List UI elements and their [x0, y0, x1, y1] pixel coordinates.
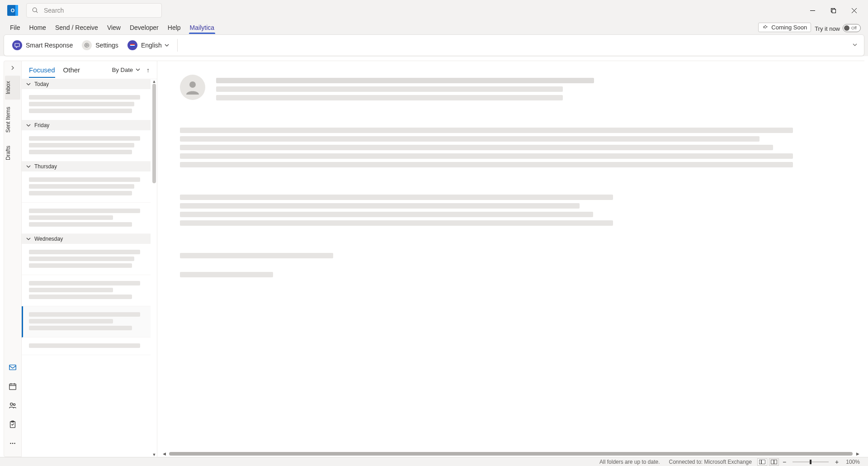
- svg-point-26: [10, 443, 11, 444]
- nav-tasks-button[interactable]: [5, 416, 20, 433]
- scroll-thumb[interactable]: [169, 452, 853, 456]
- folder-tab-sent-items[interactable]: Sent Items: [5, 101, 20, 138]
- chevron-down-icon: [26, 237, 31, 241]
- tasks-icon: [9, 420, 17, 428]
- view-normal-button[interactable]: [757, 458, 767, 466]
- message-item[interactable]: [22, 171, 151, 203]
- layout-icon: [771, 460, 777, 464]
- menu-send-receive[interactable]: Send / Receive: [51, 24, 103, 34]
- nav-people-button[interactable]: [5, 397, 20, 414]
- message-item-selected[interactable]: [22, 306, 151, 338]
- skeleton-line: [29, 177, 140, 182]
- status-sync: All folders are up to date.: [599, 459, 660, 465]
- skeleton-line: [29, 288, 113, 292]
- group-header-wednesday[interactable]: Wednesday: [22, 234, 151, 244]
- svg-rect-4: [832, 9, 835, 13]
- chevron-down-icon: [26, 164, 31, 169]
- svg-rect-32: [771, 460, 774, 464]
- skeleton-line: [216, 95, 563, 100]
- chevron-down-icon: [26, 82, 31, 86]
- message-item[interactable]: [22, 130, 151, 162]
- skeleton-line: [216, 78, 594, 83]
- language-label: English: [141, 42, 162, 49]
- maximize-button[interactable]: [823, 0, 844, 21]
- svg-rect-31: [761, 460, 765, 464]
- svg-rect-13: [130, 46, 135, 47]
- skeleton-line: [29, 136, 140, 141]
- message-item[interactable]: [22, 338, 151, 355]
- search-input[interactable]: Search: [26, 3, 162, 18]
- scroll-down-icon[interactable]: ▼: [151, 452, 157, 457]
- group-header-friday[interactable]: Friday: [22, 120, 151, 130]
- skeleton-line: [29, 319, 113, 323]
- skeleton-line: [29, 215, 113, 220]
- group-header-today[interactable]: Today: [22, 79, 151, 89]
- svg-point-29: [189, 81, 196, 88]
- svg-point-0: [33, 8, 37, 12]
- group-header-thursday[interactable]: Thursday: [22, 162, 151, 171]
- scroll-thumb[interactable]: [152, 84, 156, 183]
- skeleton-line: [180, 145, 773, 150]
- ribbon: Smart Response Settings English: [4, 34, 864, 56]
- skeleton-line: [29, 263, 132, 268]
- skeleton-line: [29, 150, 132, 154]
- outlook-app-icon: O: [7, 5, 18, 16]
- reading-pane-scrollbar[interactable]: ◀ ▶: [161, 451, 861, 457]
- skeleton-line: [29, 343, 140, 348]
- layout-icon: [759, 460, 765, 464]
- skeleton-line: [180, 128, 793, 133]
- skeleton-line: [29, 222, 132, 227]
- coming-soon-button[interactable]: Coming Soon: [758, 23, 811, 32]
- window-controls: [802, 0, 864, 21]
- sort-direction-icon[interactable]: ↑: [146, 67, 150, 74]
- nav-calendar-button[interactable]: [5, 378, 20, 395]
- tab-focused[interactable]: Focused: [29, 62, 55, 77]
- reading-pane: ◀ ▶: [157, 61, 864, 457]
- zoom-level[interactable]: 100%: [846, 459, 860, 465]
- zoom-slider-knob[interactable]: [810, 460, 811, 464]
- status-bar: All folders are up to date. Connected to…: [0, 457, 868, 466]
- toggle-off-label: Off: [851, 26, 857, 30]
- menu-help[interactable]: Help: [163, 24, 185, 34]
- nav-more-button[interactable]: [5, 435, 20, 452]
- person-icon: [184, 79, 201, 95]
- sort-button[interactable]: By Date ↑: [112, 67, 150, 74]
- zoom-in-button[interactable]: +: [832, 458, 841, 466]
- folder-tab-drafts[interactable]: Drafts: [5, 140, 20, 166]
- message-item[interactable]: [22, 275, 151, 306]
- folder-tab-inbox[interactable]: Inbox: [5, 76, 20, 100]
- settings-icon: [82, 40, 92, 50]
- scroll-left-icon[interactable]: ◀: [161, 451, 167, 457]
- message-list-scrollbar[interactable]: ▲ ▼: [151, 79, 157, 457]
- message-body-placeholder: [180, 128, 846, 167]
- scroll-up-icon[interactable]: ▲: [151, 79, 157, 84]
- language-button[interactable]: English: [124, 38, 173, 52]
- message-body-placeholder: [180, 272, 846, 277]
- chevron-down-icon: [165, 42, 169, 49]
- view-reading-button[interactable]: [769, 458, 779, 466]
- nav-mail-button[interactable]: [5, 359, 20, 376]
- message-list[interactable]: Today Friday Thursday: [22, 79, 157, 457]
- close-button[interactable]: [844, 0, 864, 21]
- minimize-button[interactable]: [802, 0, 823, 21]
- scroll-right-icon[interactable]: ▶: [854, 451, 861, 457]
- expand-folder-pane-button[interactable]: [4, 61, 21, 75]
- svg-rect-12: [130, 44, 135, 45]
- menu-file[interactable]: File: [5, 24, 25, 34]
- skeleton-line: [180, 253, 333, 258]
- message-item[interactable]: [22, 244, 151, 275]
- menu-developer[interactable]: Developer: [125, 24, 163, 34]
- menu-view[interactable]: View: [103, 24, 125, 34]
- tab-other[interactable]: Other: [63, 62, 80, 77]
- menu-home[interactable]: Home: [25, 24, 51, 34]
- coming-soon-toggle[interactable]: Off: [843, 24, 861, 32]
- zoom-out-button[interactable]: −: [780, 458, 789, 466]
- svg-point-27: [12, 443, 14, 444]
- smart-response-button[interactable]: Smart Response: [9, 38, 76, 52]
- zoom-slider[interactable]: [793, 461, 829, 462]
- settings-button[interactable]: Settings: [78, 38, 122, 52]
- ribbon-collapse-button[interactable]: [850, 39, 859, 51]
- message-item[interactable]: [22, 89, 151, 120]
- menu-mailytica[interactable]: Mailytica: [185, 24, 219, 34]
- message-item[interactable]: [22, 203, 151, 234]
